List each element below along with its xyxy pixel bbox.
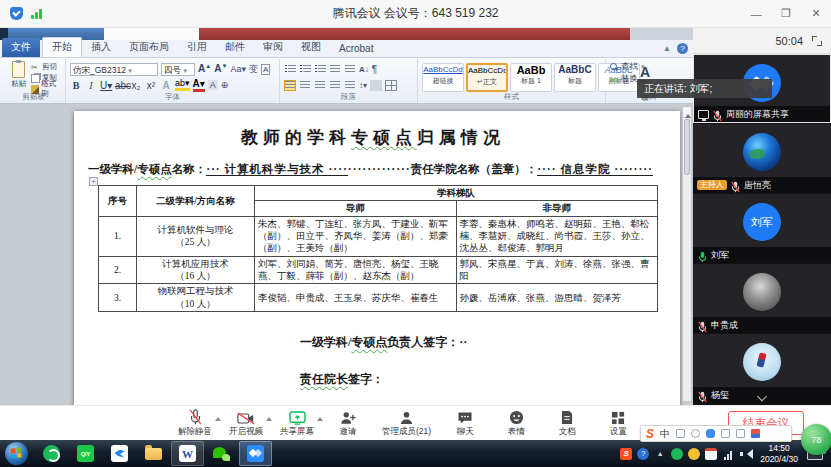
voice-input-icon[interactable]	[706, 429, 715, 438]
taskbar-item-wechat[interactable]	[205, 441, 238, 466]
superscript-button[interactable]: x²	[145, 80, 157, 91]
align-left-button[interactable]	[284, 80, 296, 91]
tab-acrobat[interactable]: Acrobat	[330, 41, 382, 57]
borders-button[interactable]	[385, 80, 397, 91]
taskbar-item-iqiyi[interactable]: QIY	[69, 441, 102, 466]
sogou-logo[interactable]: S	[646, 427, 654, 441]
tab-mailings[interactable]: 邮件	[216, 38, 254, 57]
style-hyperlink[interactable]: AaBbCcDd 超链接	[422, 63, 464, 92]
table-move-handle[interactable]: +	[89, 177, 98, 186]
shading-button[interactable]	[370, 80, 382, 91]
multilevel-list-button[interactable]	[314, 64, 326, 75]
video-tile[interactable]: 杨玺	[693, 334, 831, 403]
tray-sogou-icon[interactable]: S	[620, 448, 632, 460]
start-button[interactable]	[5, 442, 28, 465]
keyboard-icon[interactable]	[721, 429, 730, 438]
font-name-select[interactable]: 仿宋_GB2312 ▾	[70, 63, 158, 76]
share-options-caret[interactable]	[317, 414, 323, 421]
tab-insert[interactable]: 插入	[82, 38, 120, 57]
align-right-button[interactable]	[314, 80, 326, 91]
taskbar-item-tencent-meeting[interactable]	[239, 441, 272, 466]
style-title[interactable]: AaBbC 标题	[554, 63, 596, 92]
settings-button[interactable]: 设置	[601, 408, 635, 438]
style-normal[interactable]: AaBbCcDd ↵正文	[466, 63, 508, 92]
sort-button[interactable]: A↓	[359, 65, 369, 74]
font-size-select[interactable]: 四号 ▾	[161, 63, 195, 76]
taskbar-item-explorer[interactable]	[137, 441, 170, 466]
shrink-font-button[interactable]: A▼	[214, 63, 227, 74]
highlight-color-button[interactable]: ab▾	[175, 79, 190, 91]
font-color-button[interactable]: A▾	[193, 79, 205, 92]
paste-icon	[12, 61, 25, 78]
italic-button[interactable]: I	[85, 80, 97, 91]
toolbox-icon[interactable]	[736, 429, 745, 438]
decrease-indent-button[interactable]	[329, 64, 341, 75]
distribute-button[interactable]	[344, 80, 356, 91]
scroll-up-arrow[interactable]	[683, 107, 691, 118]
grow-font-button[interactable]: A▲	[198, 63, 211, 74]
sogou-input-bar[interactable]: S 中	[640, 425, 792, 442]
increase-indent-button[interactable]	[344, 64, 356, 75]
video-tile-host[interactable]: 主持人 唐恒亮	[693, 124, 831, 193]
video-tile[interactable]: 申贵成	[693, 264, 831, 333]
taskbar-clock[interactable]: 14:50 2020/4/30	[756, 443, 802, 464]
share-screen-button[interactable]: 共享屏幕	[280, 408, 314, 438]
document-scrollbar[interactable]	[682, 106, 692, 402]
tab-review[interactable]: 审阅	[254, 38, 292, 57]
tray-network-icon[interactable]	[722, 448, 734, 460]
bullets-button[interactable]	[284, 64, 296, 75]
tray-helper-icon[interactable]: ?	[637, 448, 649, 460]
punctuation-icon[interactable]	[676, 429, 685, 438]
ribbon-collapse-icon[interactable]: ▲	[663, 44, 671, 53]
unmute-button[interactable]: 解除静音	[178, 408, 212, 438]
style-heading1[interactable]: AaBb 标题 1	[510, 63, 552, 92]
start-video-button[interactable]: 开启视频	[229, 408, 263, 438]
character-shading-button[interactable]: A	[208, 80, 218, 90]
tab-view[interactable]: 视图	[292, 38, 330, 57]
enclose-characters-button[interactable]: ⊕	[221, 80, 229, 90]
emoji-input-icon[interactable]	[691, 429, 700, 438]
video-tile-speaker[interactable]: 刘军 刘军	[693, 194, 831, 263]
tray-calendar-icon[interactable]	[705, 448, 717, 460]
tray-hidden-icons-chevron[interactable]: ▲	[654, 448, 666, 460]
scroll-thumb[interactable]	[684, 119, 690, 175]
mic-options-caret[interactable]	[215, 414, 221, 421]
invite-button[interactable]: 邀请	[331, 408, 365, 438]
skin-icon[interactable]	[751, 429, 760, 438]
subscript-button[interactable]: x₂	[130, 80, 142, 91]
text-effects-button[interactable]: A	[160, 80, 172, 91]
tray-volume-icon[interactable]	[739, 448, 751, 460]
numbering-button[interactable]	[299, 64, 311, 75]
camera-options-caret[interactable]	[266, 414, 272, 421]
paste-button[interactable]: 粘贴	[6, 61, 31, 92]
tab-page-layout[interactable]: 页面布局	[120, 38, 178, 57]
manage-members-button[interactable]: 管理成员(21)	[382, 408, 431, 438]
docs-button[interactable]: 文档	[550, 408, 584, 438]
line-spacing-button[interactable]: ↕▾	[359, 81, 367, 90]
fullscreen-icon[interactable]	[812, 36, 822, 46]
tab-home[interactable]: 开始	[42, 37, 82, 57]
change-case-button[interactable]: Aa▾	[230, 64, 246, 74]
chat-button[interactable]: 聊天	[448, 408, 482, 438]
tab-references[interactable]: 引用	[178, 38, 216, 57]
tray-360-icon[interactable]	[671, 448, 683, 460]
character-border-button[interactable]: A	[261, 64, 270, 75]
phonetic-guide-button[interactable]: 变	[249, 63, 258, 76]
tray-coin-icon[interactable]	[688, 448, 700, 460]
tab-file[interactable]: 文件	[2, 38, 40, 57]
cut-button[interactable]: ✂剪切	[31, 62, 61, 72]
taskbar-item-word[interactable]: W	[171, 441, 204, 466]
bold-button[interactable]: B	[70, 80, 82, 91]
emoji-button[interactable]: 表情	[499, 408, 533, 438]
find-button[interactable]: 查找▾	[610, 61, 687, 73]
show-marks-button[interactable]: ¶	[372, 64, 377, 75]
taskbar-item-360-browser[interactable]	[35, 441, 68, 466]
help-icon[interactable]: ?	[677, 43, 688, 54]
underline-button[interactable]: U▾	[100, 80, 112, 91]
justify-button[interactable]	[329, 80, 341, 91]
accelerator-ball[interactable]: 78	[801, 424, 831, 455]
align-center-button[interactable]	[299, 80, 311, 91]
input-lang-toggle[interactable]: 中	[660, 427, 670, 441]
strikethrough-button[interactable]: abc	[115, 80, 127, 91]
taskbar-item-thunder[interactable]	[103, 441, 136, 466]
